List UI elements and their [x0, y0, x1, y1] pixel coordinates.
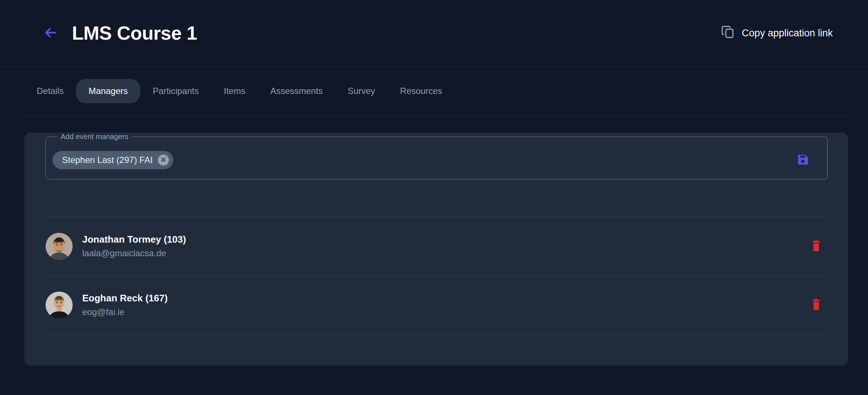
copy-application-link-label: Copy application link: [742, 28, 833, 39]
add-event-managers-label: Add event managers: [57, 133, 132, 141]
manager-row: Jonathan Tormey (103) laala@gmaiclacsa.d…: [46, 217, 827, 275]
tab-survey-label: Survey: [348, 86, 375, 96]
tab-survey[interactable]: Survey: [335, 79, 388, 103]
manager-info: Eoghan Reck (167) eog@fai.ie: [82, 293, 168, 317]
tab-resources[interactable]: Resources: [388, 79, 455, 103]
arrow-left-icon: [43, 25, 59, 42]
manager-info: Jonathan Tormey (103) laala@gmaiclacsa.d…: [82, 234, 186, 258]
avatar: [46, 233, 73, 260]
tab-assessments-label: Assessments: [270, 86, 323, 96]
tab-participants-label: Participants: [153, 86, 199, 96]
manager-chip[interactable]: Stephen Last (297) FAI: [53, 151, 173, 169]
save-managers-button[interactable]: [795, 152, 811, 168]
tab-bar: Details Managers Participants Items Asse…: [24, 66, 848, 116]
managers-list: Jonathan Tormey (103) laala@gmaiclacsa.d…: [46, 217, 827, 334]
page: LMS Course 1 Copy application link Detai…: [0, 0, 868, 395]
chip-remove-button[interactable]: [158, 155, 169, 166]
trash-icon: [811, 240, 821, 253]
tab-items-label: Items: [224, 86, 245, 96]
save-floppy-icon: [796, 153, 810, 167]
close-icon: [160, 157, 166, 164]
managers-card: Add event managers Stephen Last (297) FA…: [24, 133, 848, 366]
manager-name: Eoghan Reck (167): [82, 293, 168, 304]
page-title: LMS Course 1: [72, 22, 197, 44]
tab-managers[interactable]: Managers: [76, 79, 140, 103]
manager-row: Eoghan Reck (167) eog@fai.ie: [46, 275, 827, 334]
tab-managers-label: Managers: [88, 86, 128, 96]
trash-icon: [811, 298, 821, 311]
copy-application-link-button[interactable]: Copy application link: [720, 25, 833, 42]
manager-name: Jonathan Tormey (103): [82, 234, 186, 245]
tab-details[interactable]: Details: [24, 79, 76, 103]
delete-manager-button[interactable]: [808, 238, 824, 254]
manager-email: laala@gmaiclacsa.de: [82, 248, 186, 258]
manager-email: eog@fai.ie: [82, 307, 168, 317]
add-event-managers-field[interactable]: Add event managers Stephen Last (297) FA…: [46, 133, 828, 180]
header: LMS Course 1 Copy application link: [0, 0, 868, 66]
tab-items[interactable]: Items: [211, 79, 258, 103]
avatar: [46, 291, 73, 319]
back-button[interactable]: [41, 23, 60, 43]
tab-details-label: Details: [37, 86, 64, 96]
manager-chip-label: Stephen Last (297) FAI: [62, 155, 153, 165]
tab-resources-label: Resources: [400, 86, 442, 96]
tab-participants[interactable]: Participants: [140, 79, 211, 103]
delete-manager-button[interactable]: [808, 297, 824, 313]
tab-assessments[interactable]: Assessments: [258, 79, 335, 103]
copy-icon: [720, 25, 735, 42]
